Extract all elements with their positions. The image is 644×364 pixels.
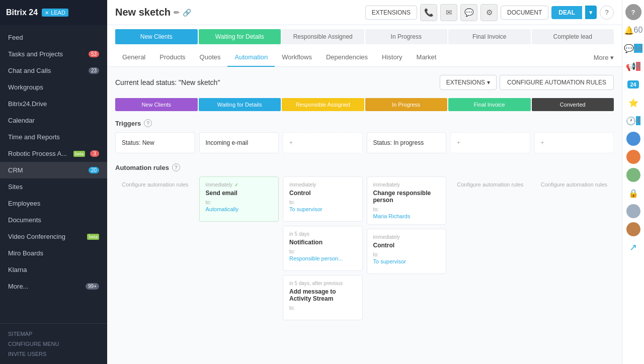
auto-card-timing: immediately <box>289 182 356 188</box>
sidebar-item-crm[interactable]: CRM20 <box>0 162 107 178</box>
sidebar-item-klarna[interactable]: Klarna <box>0 261 107 278</box>
tab-history[interactable]: History <box>375 48 409 67</box>
auto-stage-3[interactable]: In Progress <box>365 98 448 111</box>
sidebar-item-chat-and-calls[interactable]: Chat and Calls23 <box>0 62 107 79</box>
trigger-5[interactable]: + <box>534 132 614 153</box>
stage-item-1[interactable]: Waiting for Details <box>199 29 281 44</box>
phone-icon-button[interactable]: 📞 <box>420 4 437 21</box>
configure-automation-button[interactable]: CONFIGURE AUTOMATION RULES <box>500 75 614 90</box>
auto-card-to: to: <box>373 252 440 257</box>
avatar-5[interactable] <box>625 221 641 237</box>
auto-card-name: Change responsible person <box>373 190 440 204</box>
sidebar-item-label: More... <box>8 283 28 290</box>
download-icon: ↗ <box>629 242 637 253</box>
sidebar-item-label: Miro Boards <box>8 249 43 257</box>
sidebar-item-tasks-and-projects[interactable]: Tasks and Projects53 <box>0 46 107 62</box>
sidebar-item-robotic-process-a...[interactable]: Robotic Process A...beta3 <box>0 145 107 162</box>
bell-icon: 🔔 <box>624 26 634 35</box>
arrow-icon-button[interactable]: ↗ <box>625 239 641 255</box>
auto-card-2-1[interactable]: in 5 days Notification to: Responsible p… <box>283 226 363 271</box>
sidebar-item-calendar[interactable]: Calendar <box>0 112 107 129</box>
trigger-4[interactable]: + <box>450 132 530 153</box>
avatar-4[interactable] <box>625 203 641 219</box>
close-lead-icon[interactable]: ✕ <box>45 10 49 16</box>
sidebar-item-label: Calendar <box>8 117 35 124</box>
tab-workflows[interactable]: Workflows <box>275 48 319 67</box>
stage-item-0[interactable]: New Clients <box>115 29 198 44</box>
auto-card-2-0[interactable]: immediately Control to: To supervisor <box>283 176 363 222</box>
auto-card-2-2[interactable]: in 5 days, after previous Add message to… <box>283 275 363 320</box>
help-button[interactable]: ? <box>600 6 614 20</box>
auto-card-3-0[interactable]: immediately Change responsible person to… <box>367 176 447 225</box>
clock-button[interactable]: 🕐 4 <box>625 113 641 129</box>
deal-caret-button[interactable]: ▾ <box>585 6 597 19</box>
chat-icon-button[interactable]: 💬 <box>460 4 477 21</box>
footer-item-configure-menu[interactable]: CONFIGURE MENU <box>8 339 99 349</box>
auto-card-timing: immediately <box>373 234 440 240</box>
tab-dependencies[interactable]: Dependencies <box>319 48 375 67</box>
footer-item-sitemap[interactable]: SITEMAP <box>8 329 99 339</box>
megaphone-button[interactable]: 📢 9 <box>625 58 641 74</box>
bell-icon-button[interactable]: 🔔 60 <box>625 22 641 38</box>
avatar-2[interactable] <box>625 149 641 165</box>
sidebar-item-video-conferencing[interactable]: Video Conferencingbeta <box>0 228 107 245</box>
tab-market[interactable]: Market <box>410 48 444 67</box>
star-button[interactable]: ⭐ <box>625 95 641 111</box>
document-button[interactable]: DOCUMENT <box>501 6 548 20</box>
footer-item-invite-users[interactable]: INVITE USERS <box>8 349 99 359</box>
trigger-0[interactable]: Status: New <box>115 132 195 153</box>
tabs-more-button[interactable]: More ▾ <box>594 49 614 66</box>
edit-title-icon[interactable]: ✏ <box>174 9 180 17</box>
auto-card-to: to: <box>206 200 273 205</box>
sidebar-item-workgroups[interactable]: Workgroups <box>0 79 107 96</box>
config-placeholder-0-0[interactable]: Configure automation rules <box>115 176 195 193</box>
avatar-3[interactable] <box>625 167 641 183</box>
auto-card-name: Control <box>373 242 440 249</box>
auto-stage-1[interactable]: Waiting for Details <box>199 98 281 111</box>
bitrix-badge-button[interactable]: 24 <box>625 76 641 93</box>
stage-item-4[interactable]: Final Invoice <box>448 29 531 44</box>
sidebar-item-sites[interactable]: Sites <box>0 178 107 195</box>
stage-item-2[interactable]: Responsible Assigned <box>282 29 364 44</box>
user-avatar[interactable]: ? <box>625 4 641 20</box>
config-placeholder-5-0[interactable]: Configure automation rules <box>534 176 614 193</box>
auto-stage-2[interactable]: Responsible Assigned <box>282 98 364 111</box>
auto-card-3-1[interactable]: immediately Control to: To supervisor <box>367 229 447 274</box>
email-icon-button[interactable]: ✉ <box>440 4 457 21</box>
lock-icon-button[interactable]: 🔒 <box>625 185 641 201</box>
sidebar-item-documents[interactable]: Documents <box>0 212 107 228</box>
sidebar-item-employees[interactable]: Employees <box>0 195 107 212</box>
avatar-1[interactable] <box>625 131 641 147</box>
extensions-button[interactable]: EXTENSIONS <box>365 6 417 20</box>
auto-card-name: Send email <box>206 190 273 197</box>
tab-automation[interactable]: Automation <box>227 48 275 67</box>
trigger-1[interactable]: Incoming e-mail <box>199 132 279 153</box>
tab-quotes[interactable]: Quotes <box>193 48 228 67</box>
auto-col-1: immediately✓ Send email to: Automaticall… <box>199 176 279 320</box>
triggers-help-icon[interactable]: ? <box>144 119 152 127</box>
automation-help-icon[interactable]: ? <box>172 163 180 171</box>
sidebar-item-bitrix24.drive[interactable]: Bitrix24.Drive <box>0 96 107 112</box>
chat-notification-button[interactable]: 💬 14 <box>625 40 641 56</box>
settings-icon-button[interactable]: ⚙ <box>480 4 498 21</box>
sidebar-item-more...[interactable]: More...99+ <box>0 278 107 295</box>
tab-products[interactable]: Products <box>152 48 192 67</box>
trigger-2[interactable]: + <box>283 132 363 153</box>
sidebar-item-time-and-reports[interactable]: Time and Reports <box>0 129 107 145</box>
auto-stage-5[interactable]: Converted <box>532 98 614 111</box>
trigger-3[interactable]: Status: In progress <box>367 132 447 153</box>
stage-item-3[interactable]: In Progress <box>365 29 448 44</box>
stage-item-5[interactable]: Complete lead <box>532 29 614 44</box>
link-icon[interactable]: 🔗 <box>183 9 191 17</box>
auto-stage-0[interactable]: New Clients <box>115 98 198 111</box>
tab-general[interactable]: General <box>115 48 152 67</box>
sidebar-item-feed[interactable]: Feed <box>0 29 107 46</box>
auto-card-1-0[interactable]: immediately✓ Send email to: Automaticall… <box>199 176 279 222</box>
extensions-button-2[interactable]: EXTENSIONS ▾ <box>440 75 497 90</box>
auto-stage-4[interactable]: Final Invoice <box>448 98 531 111</box>
sidebar-item-miro-boards[interactable]: Miro Boards <box>0 245 107 261</box>
auto-card-timing: immediately✓ <box>206 182 273 188</box>
deal-button[interactable]: DEAL <box>551 6 582 19</box>
sidebar-lead-badge[interactable]: ✕ LEAD <box>42 9 68 17</box>
config-placeholder-4-0[interactable]: Configure automation rules <box>450 176 530 193</box>
